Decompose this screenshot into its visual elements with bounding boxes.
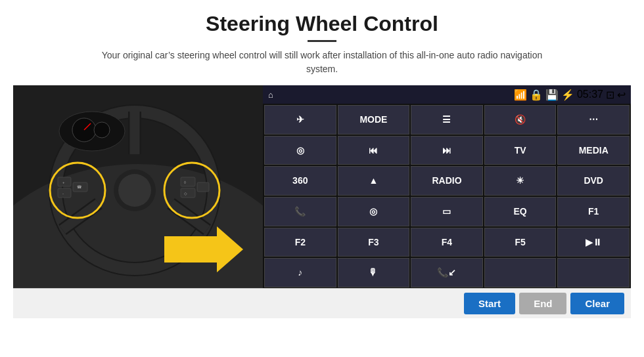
btn-icon-b28: 📞↙: [437, 267, 456, 278]
control-button-b13[interactable]: RADIO: [411, 166, 483, 196]
svg-text:◇: ◇: [184, 192, 187, 196]
btn-icon-b11: 360: [292, 175, 308, 186]
control-button-b28[interactable]: 📞↙: [411, 258, 483, 287]
bluetooth-icon: ⚡: [561, 89, 574, 101]
svg-point-11: [118, 174, 151, 207]
control-button-b5[interactable]: ⋯: [557, 105, 630, 135]
btn-icon-b27: 🎙: [369, 267, 378, 278]
btn-icon-b10: MEDIA: [579, 145, 609, 156]
svg-text:◊: ◊: [184, 180, 186, 184]
control-button-b1[interactable]: ✈: [264, 105, 336, 135]
title-underline: [308, 40, 336, 42]
content-area: + - ☎ ◊ ◇ ⌂ 📶 🔒: [13, 85, 631, 289]
steering-wheel-image: + - ☎ ◊ ◇: [13, 85, 263, 289]
control-button-b16[interactable]: 📞: [264, 197, 336, 226]
control-button-b9[interactable]: TV: [484, 136, 557, 165]
btn-icon-b3: ☰: [442, 114, 451, 125]
clear-button[interactable]: Clear: [570, 293, 624, 314]
btn-icon-b25: ▶⏸: [586, 237, 602, 248]
svg-text:☎: ☎: [77, 185, 82, 189]
btn-icon-b2: MODE: [359, 114, 387, 125]
control-panel: ⌂ 📶 🔒 💾 ⚡ 05:37 ⊡ ↩ ✈MODE☰🔇⋯◎⏮⏭TVMEDIA36…: [263, 85, 631, 289]
btn-icon-b13: RADIO: [432, 175, 461, 186]
start-button[interactable]: Start: [464, 293, 515, 314]
control-button-b2[interactable]: MODE: [338, 105, 410, 135]
control-button-b30[interactable]: [557, 258, 630, 287]
btn-icon-b7: ⏮: [369, 145, 378, 156]
btn-icon-b9: TV: [515, 145, 526, 156]
back-icon: ↩: [617, 89, 626, 101]
wifi-icon: 📶: [514, 89, 527, 101]
btn-icon-b14: ☀: [516, 175, 524, 186]
btn-icon-b5: ⋯: [589, 114, 598, 125]
control-button-b18[interactable]: ▭: [411, 197, 483, 226]
control-button-b17[interactable]: ◎: [338, 197, 410, 226]
btn-icon-b18: ▭: [442, 206, 451, 217]
control-button-b8[interactable]: ⏭: [411, 136, 483, 165]
control-button-b19[interactable]: EQ: [484, 197, 557, 226]
home-icon[interactable]: ⌂: [268, 90, 273, 100]
btn-icon-b20: F1: [588, 206, 599, 217]
time-display: 05:37: [577, 89, 603, 100]
control-button-b7[interactable]: ⏮: [338, 136, 410, 165]
btn-icon-b26: ♪: [298, 267, 302, 278]
button-grid: ✈MODE☰🔇⋯◎⏮⏭TVMEDIA360▲RADIO☀DVD📞◎▭EQF1F2…: [263, 104, 631, 289]
control-button-b3[interactable]: ☰: [411, 105, 483, 135]
btn-icon-b15: DVD: [584, 175, 603, 186]
action-bar: Start End Clear: [13, 288, 631, 318]
svg-rect-25: [181, 188, 195, 198]
control-button-b14[interactable]: ☀: [484, 166, 557, 196]
svg-rect-24: [181, 177, 195, 186]
svg-text:+: +: [62, 180, 65, 184]
control-button-b29[interactable]: [484, 258, 557, 287]
btn-icon-b17: ◎: [369, 206, 377, 217]
control-button-b26[interactable]: ♪: [264, 258, 336, 287]
control-button-b6[interactable]: ◎: [264, 136, 336, 165]
control-button-b10[interactable]: MEDIA: [557, 136, 630, 165]
btn-icon-b23: F4: [442, 237, 452, 248]
btn-icon-b16: 📞: [294, 206, 306, 217]
lock-icon: 🔒: [530, 89, 543, 101]
svg-point-14: [94, 122, 110, 138]
control-button-b15[interactable]: DVD: [557, 166, 630, 196]
control-button-b21[interactable]: F2: [264, 228, 336, 257]
control-button-b24[interactable]: F5: [484, 228, 557, 257]
window-icon: ⊡: [606, 89, 614, 101]
control-button-b11[interactable]: 360: [264, 166, 336, 196]
btn-icon-b8: ⏭: [442, 145, 451, 156]
btn-icon-b1: ✈: [296, 114, 304, 125]
control-button-b22[interactable]: F3: [338, 228, 410, 257]
page-subtitle: Your original car’s steering wheel contr…: [92, 49, 552, 76]
page-wrapper: Steering Wheel Control Your original car…: [0, 0, 644, 357]
control-button-b27[interactable]: 🎙: [338, 258, 410, 287]
page-title: Steering Wheel Control: [206, 12, 438, 36]
btn-icon-b12: ▲: [369, 175, 378, 186]
end-button[interactable]: End: [519, 293, 566, 314]
btn-icon-b6: ◎: [296, 145, 304, 156]
control-button-b20[interactable]: F1: [557, 197, 630, 226]
svg-text:-: -: [62, 192, 64, 196]
btn-icon-b21: F2: [295, 237, 306, 248]
control-button-b25[interactable]: ▶⏸: [557, 228, 630, 257]
sd-icon: 💾: [545, 89, 559, 101]
control-button-b23[interactable]: F4: [411, 228, 483, 257]
status-bar: ⌂ 📶 🔒 💾 ⚡ 05:37 ⊡ ↩: [263, 85, 631, 104]
btn-icon-b24: F5: [515, 237, 525, 248]
btn-icon-b22: F3: [368, 237, 379, 248]
control-button-b12[interactable]: ▲: [338, 166, 410, 196]
btn-icon-b19: EQ: [513, 206, 526, 217]
control-button-b4[interactable]: 🔇: [484, 105, 557, 135]
status-icons: 📶 🔒 💾 ⚡ 05:37 ⊡ ↩: [514, 89, 626, 101]
btn-icon-b4: 🔇: [515, 114, 526, 125]
svg-rect-26: [197, 182, 209, 192]
svg-rect-18: [58, 188, 71, 198]
